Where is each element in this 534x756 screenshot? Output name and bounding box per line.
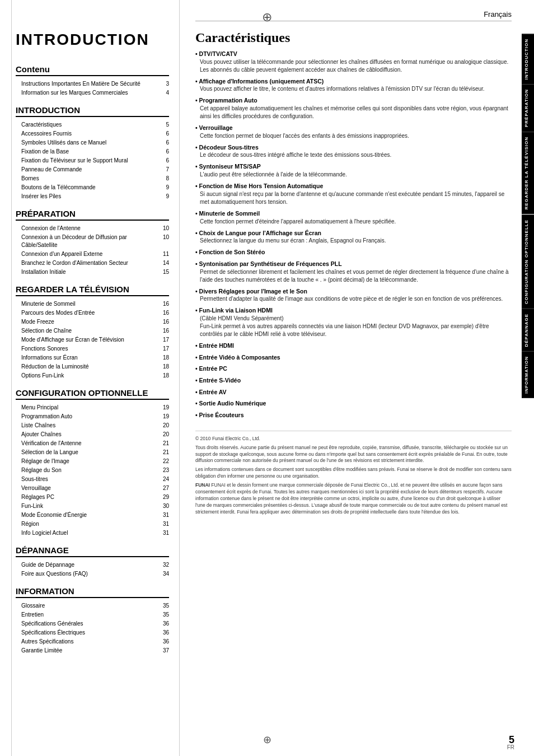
toc-entry-page: 14 <box>159 259 169 268</box>
toc-row: Fixation du Téléviseur sur le Support Mu… <box>16 156 169 165</box>
right-tab-dépannage[interactable]: DÉPANNAGE <box>522 309 534 352</box>
char-list-item: Sortie Audio Numérique <box>195 399 512 408</box>
toc-section-title: PRÉPARATION <box>16 209 169 221</box>
toc-entry-label: Spécifications Électriques <box>16 628 159 637</box>
toc-row: Accessoires Fournis6 <box>16 129 169 138</box>
char-item-desc: Si aucun signal n'est reçu par la borne … <box>195 190 512 206</box>
toc-entry-label: Sélection de la Langue <box>16 448 159 457</box>
char-item-desc: Cet appareil balaye automatiquement les … <box>195 105 512 120</box>
toc-entry-page: 23 <box>159 466 169 475</box>
toc-entry-page: 9 <box>159 183 169 192</box>
char-item-desc: Permet de sélectionner librement et faci… <box>195 268 512 284</box>
toc-row: Boutons de la Télécommande9 <box>16 183 169 192</box>
toc-section-title: INFORMATION <box>16 586 169 598</box>
char-list-item: Entrée S-Vidéo <box>195 376 512 385</box>
char-list-item: Entrée Vidéo à Composantes <box>195 353 512 362</box>
toc-row: Spécifications Générales36 <box>16 619 169 628</box>
char-list-item: DTV/TV/CATVVous pouvez utiliser la téléc… <box>195 50 512 74</box>
toc-entry-page: 17 <box>159 344 169 353</box>
toc-entry-page: 16 <box>159 300 169 309</box>
toc-entry-page: 9 <box>159 192 169 201</box>
toc-row: Mode Économie d'Énergie31 <box>16 511 169 520</box>
toc-row: Glossaire35 <box>16 601 169 610</box>
toc-entry-page: 30 <box>159 502 169 511</box>
toc-entry-page: 16 <box>159 326 169 335</box>
right-tab-préparation[interactable]: PRÉPARATION <box>522 84 534 132</box>
right-tab-information[interactable]: INFORMATION <box>522 351 534 398</box>
toc-entry-page: 32 <box>159 561 169 570</box>
char-item-label: Fun-Link via Liaison HDMI <box>195 306 512 315</box>
toc-entry-page: 31 <box>159 520 169 529</box>
char-item-label: Fonction de Mise Hors Tension Automatiqu… <box>195 182 512 190</box>
toc-entry-page: 20 <box>159 421 169 430</box>
toc-table: Menu Principal19Programmation Auto19List… <box>16 403 169 538</box>
toc-entry-label: Autres Spécifications <box>16 637 159 646</box>
char-list-item: Fun-Link via Liaison HDMI(Câble HDMI Ven… <box>195 306 512 338</box>
toc-row: Informations sur Écran18 <box>16 353 169 362</box>
toc-row: Info Logiciel Actuel31 <box>16 529 169 538</box>
right-tab-introduction[interactable]: INTRODUCTION <box>522 34 534 84</box>
toc-container: ContenuInstructions Importantes En Matiè… <box>16 64 169 655</box>
toc-entry-page: 18 <box>159 371 169 380</box>
toc-row: Bornes8 <box>16 174 169 183</box>
char-item-label: Entrée PC <box>195 365 512 373</box>
char-item-label: Décodeur Sous-titres <box>195 143 512 152</box>
legal3: FUNAI FUNAI et le dessin forment une mar… <box>195 482 512 515</box>
toc-entry-label: Symboles Utilisés dans ce Manuel <box>16 138 159 147</box>
char-item-label: Entrée HDMI <box>195 342 512 350</box>
toc-entry-label: Réduction de la Luminosité <box>16 362 159 371</box>
right-tab-regarder-la-télévision[interactable]: REGARDER LA TÉLÉVISION <box>522 132 534 214</box>
toc-entry-label: Sous-titres <box>16 475 159 484</box>
toc-entry-page: 16 <box>159 318 169 326</box>
toc-entry-label: Spécifications Générales <box>16 619 159 628</box>
toc-section-title: Contenu <box>16 64 169 76</box>
char-list-item: Syntoniseur MTS/SAPL'audio peut être sél… <box>195 162 512 179</box>
toc-row: Fonctions Sonores17 <box>16 344 169 353</box>
char-item-label: Syntoniseur MTS/SAP <box>195 162 512 171</box>
char-item-label: Verrouillage <box>195 124 512 132</box>
toc-row: Entretien35 <box>16 610 169 619</box>
toc-row: Guide de Dépannage32 <box>16 561 169 570</box>
toc-entry-page: 18 <box>159 362 169 371</box>
char-item-label: Entrée Vidéo à Composantes <box>195 353 512 362</box>
char-item-desc: Vous pouvez utiliser la télécommande pou… <box>195 58 512 74</box>
toc-entry-label: Info Logiciel Actuel <box>16 529 159 538</box>
char-item-desc: Cette fonction permet d'éteindre l'appar… <box>195 218 512 226</box>
toc-entry-page: 21 <box>159 448 169 457</box>
toc-entry-page: 3 <box>159 80 169 88</box>
characteristics-title: Caractéristiques <box>195 30 512 45</box>
toc-entry-page: 35 <box>159 601 169 610</box>
toc-entry-label: Connexion à un Décodeur de Diffusion par… <box>16 233 159 250</box>
toc-row: Réduction de la Luminosité18 <box>16 362 169 371</box>
copyright: © 2010 Funai Electric Co., Ltd. <box>195 436 512 442</box>
toc-row: Menu Principal19 <box>16 403 169 412</box>
char-item-label: DTV/TV/CATV <box>195 50 512 58</box>
toc-section-title: INTRODUCTION <box>16 105 169 117</box>
compass-top-icon: ⊕ <box>262 10 272 25</box>
char-item-desc: Sélectionnez la langue du menu sur écran… <box>195 237 512 245</box>
char-item-desc: Le décodeur de sous-titres intégré affic… <box>195 151 512 159</box>
toc-row: Sélection de Chaîne16 <box>16 326 169 335</box>
toc-entry-label: Information sur les Marques Commerciales <box>16 88 159 97</box>
toc-row: Symboles Utilisés dans ce Manuel6 <box>16 138 169 147</box>
toc-row: Sous-titres24 <box>16 475 169 484</box>
toc-row: Programmation Auto19 <box>16 412 169 421</box>
char-list-item: Fonction de Mise Hors Tension Automatiqu… <box>195 182 512 206</box>
char-item-desc: Cette fonction permet de bloquer l'accès… <box>195 132 512 140</box>
toc-section-title: REGARDER LA TÉLÉVISION <box>16 284 169 296</box>
toc-row: Panneau de Commande7 <box>16 165 169 174</box>
char-list-item: Choix de Langue pour l'Affichage sur Écr… <box>195 229 512 245</box>
char-list-item: Programmation AutoCet appareil balaye au… <box>195 96 512 120</box>
toc-section-title: CONFIGURATION OPTIONNELLE <box>16 388 169 400</box>
toc-table: Minuterie de Sommeil16Parcours des Modes… <box>16 300 169 380</box>
char-list-item: Affichage d'Informations (uniquement ATS… <box>195 77 512 94</box>
toc-entry-label: Réglage du Son <box>16 466 159 475</box>
char-list-item: Prise Écouteurs <box>195 411 512 419</box>
toc-entry-label: Panneau de Commande <box>16 165 159 174</box>
toc-entry-page: 6 <box>159 138 169 147</box>
char-item-label: Fonction de Son Stéréo <box>195 248 512 256</box>
toc-entry-page: 6 <box>159 147 169 156</box>
right-tab-configuration-optionnelle[interactable]: CONFIGURATION OPTIONNELLE <box>522 214 534 309</box>
toc-entry-label: Verrouillage <box>16 484 159 493</box>
toc-table: Instructions Importantes En Matière De S… <box>16 80 169 97</box>
